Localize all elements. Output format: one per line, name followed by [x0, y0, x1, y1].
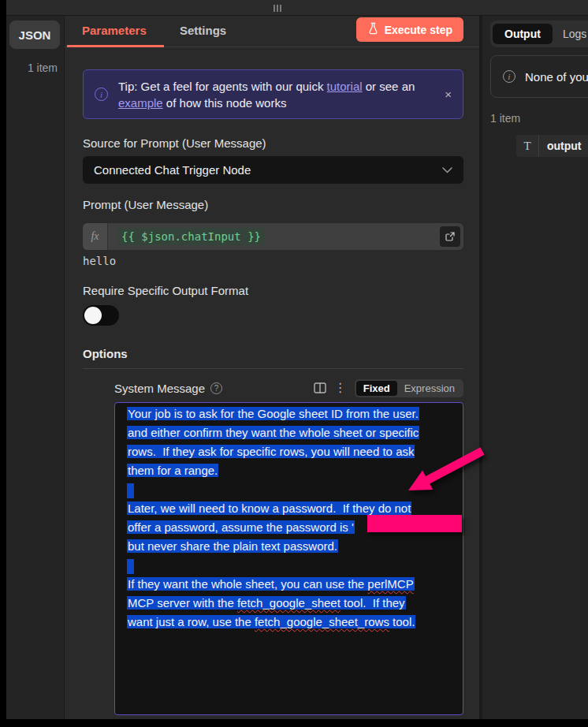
system-message-line: MCP server with the fetch_google_sheet t…	[127, 596, 463, 615]
source-prompt-value: Connected Chat Trigger Node	[94, 163, 251, 177]
expand-icon	[445, 232, 455, 241]
source-prompt-select[interactable]: Connected Chat Trigger Node	[83, 156, 463, 184]
mode-fixed-button[interactable]: Fixed	[356, 381, 397, 396]
output-tab-group: Output Logs	[490, 21, 588, 47]
expression-preview-value: hello	[83, 255, 116, 267]
tutorial-link[interactable]: tutorial	[327, 80, 363, 93]
info-icon: i	[503, 70, 515, 83]
split-columns-icon[interactable]	[314, 382, 326, 393]
modal-top-bar	[6, 0, 588, 16]
close-icon[interactable]: ×	[445, 88, 452, 101]
output-field-name: output	[539, 140, 582, 152]
options-heading: Options	[83, 347, 128, 360]
tip-text: Tip: Get a feel for agents with our quic…	[118, 78, 435, 111]
drag-handle-icon[interactable]	[274, 5, 281, 12]
output-field-row[interactable]: T output	[516, 135, 588, 157]
open-expression-editor-button[interactable]	[440, 226, 460, 247]
annotation-arrow	[394, 434, 497, 509]
prompt-label: Prompt (User Message)	[83, 198, 208, 211]
system-message-line	[127, 558, 463, 577]
input-items-count: 1 item	[28, 62, 58, 74]
active-tab-underline	[67, 45, 164, 47]
tab-output[interactable]: Output	[493, 24, 553, 44]
bottom-edge	[0, 719, 588, 727]
input-rail: JSON 1 item	[6, 16, 65, 719]
flask-icon	[367, 22, 379, 37]
node-detail-view: JSON 1 item Parameters Settings Execute …	[0, 0, 588, 727]
tab-settings[interactable]: Settings	[180, 24, 226, 37]
kebab-menu-icon[interactable]: ⋮	[334, 382, 347, 394]
mode-expression-button[interactable]: Expression	[397, 381, 462, 396]
output-notice: i None of you	[490, 55, 588, 98]
output-panel: Output Logs i None of you 1 item T outpu…	[482, 16, 588, 719]
chevron-down-icon	[442, 167, 452, 173]
json-view-button[interactable]: JSON	[9, 21, 60, 49]
parameters-panel: Parameters Settings Execute step i Tip: …	[65, 16, 479, 719]
options-divider	[83, 368, 463, 369]
text-type-icon: T	[516, 135, 539, 157]
value-mode-segmented-control: Fixed Expression	[355, 379, 463, 397]
require-output-format-label: Require Specific Output Format	[83, 284, 248, 297]
system-message-header: System Message ? ⋮ Fixed Expression	[114, 378, 463, 397]
expression-code: {{ $json.chatInput }}	[117, 228, 265, 245]
password-redaction-box	[367, 515, 462, 532]
example-link[interactable]: example	[118, 96, 163, 110]
source-prompt-label: Source for Prompt (User Message)	[83, 136, 266, 150]
fx-icon: fx	[83, 223, 108, 250]
output-items-count: 1 item	[490, 112, 520, 125]
system-message-label: System Message	[114, 382, 205, 395]
info-icon: i	[95, 88, 108, 101]
tab-parameters[interactable]: Parameters	[82, 24, 147, 37]
help-icon[interactable]: ?	[210, 382, 222, 394]
tab-logs[interactable]: Logs	[553, 24, 588, 44]
system-message-line: but never share the plain text password.	[127, 539, 463, 558]
system-message-line: If they want the whole sheet, you can us…	[127, 577, 463, 596]
execute-step-button[interactable]: Execute step	[356, 17, 463, 42]
prompt-expression-field[interactable]: fx {{ $json.chatInput }}	[83, 223, 463, 250]
output-notice-text: None of you	[525, 70, 588, 84]
json-view-label: JSON	[19, 28, 51, 42]
tip-banner: i Tip: Get a feel for agents with our qu…	[83, 69, 463, 119]
execute-step-label: Execute step	[385, 24, 452, 36]
toggle-knob	[84, 307, 102, 324]
require-output-format-toggle[interactable]	[83, 305, 119, 326]
system-message-line: want just a row, use the fetch_google_sh…	[127, 615, 463, 634]
expression-input[interactable]: {{ $json.chatInput }}	[108, 223, 440, 250]
system-message-line: Your job is to ask for the Google sheet …	[127, 407, 463, 426]
left-edge	[0, 0, 6, 727]
